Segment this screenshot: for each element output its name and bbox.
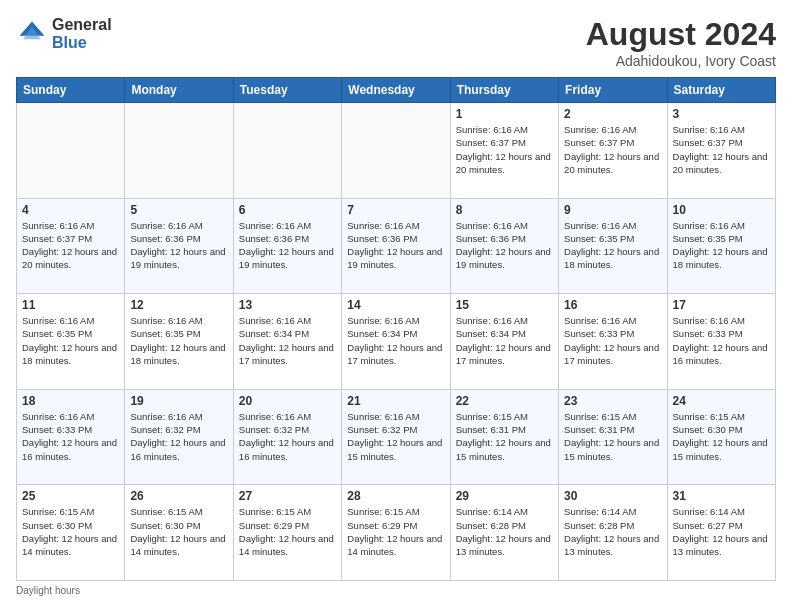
day-info: Sunrise: 6:16 AMSunset: 6:34 PMDaylight:… <box>239 314 336 367</box>
calendar-cell: 5Sunrise: 6:16 AMSunset: 6:36 PMDaylight… <box>125 198 233 294</box>
weekday-header: Saturday <box>667 78 775 103</box>
day-number: 4 <box>22 203 119 217</box>
day-number: 25 <box>22 489 119 503</box>
day-number: 9 <box>564 203 661 217</box>
day-info: Sunrise: 6:15 AMSunset: 6:29 PMDaylight:… <box>239 505 336 558</box>
day-number: 12 <box>130 298 227 312</box>
day-number: 7 <box>347 203 444 217</box>
calendar-cell: 4Sunrise: 6:16 AMSunset: 6:37 PMDaylight… <box>17 198 125 294</box>
logo-icon <box>16 18 48 50</box>
day-number: 30 <box>564 489 661 503</box>
day-number: 24 <box>673 394 770 408</box>
calendar-table: SundayMondayTuesdayWednesdayThursdayFrid… <box>16 77 776 581</box>
calendar-cell: 2Sunrise: 6:16 AMSunset: 6:37 PMDaylight… <box>559 103 667 199</box>
day-info: Sunrise: 6:16 AMSunset: 6:35 PMDaylight:… <box>130 314 227 367</box>
day-info: Sunrise: 6:14 AMSunset: 6:28 PMDaylight:… <box>456 505 553 558</box>
day-number: 2 <box>564 107 661 121</box>
calendar-cell: 31Sunrise: 6:14 AMSunset: 6:27 PMDayligh… <box>667 485 775 581</box>
calendar-cell: 25Sunrise: 6:15 AMSunset: 6:30 PMDayligh… <box>17 485 125 581</box>
day-info: Sunrise: 6:16 AMSunset: 6:33 PMDaylight:… <box>673 314 770 367</box>
calendar-cell: 17Sunrise: 6:16 AMSunset: 6:33 PMDayligh… <box>667 294 775 390</box>
day-info: Sunrise: 6:14 AMSunset: 6:27 PMDaylight:… <box>673 505 770 558</box>
day-info: Sunrise: 6:14 AMSunset: 6:28 PMDaylight:… <box>564 505 661 558</box>
day-info: Sunrise: 6:16 AMSunset: 6:37 PMDaylight:… <box>456 123 553 176</box>
calendar-cell: 22Sunrise: 6:15 AMSunset: 6:31 PMDayligh… <box>450 389 558 485</box>
day-info: Sunrise: 6:16 AMSunset: 6:32 PMDaylight:… <box>347 410 444 463</box>
day-info: Sunrise: 6:16 AMSunset: 6:33 PMDaylight:… <box>22 410 119 463</box>
day-info: Sunrise: 6:16 AMSunset: 6:36 PMDaylight:… <box>239 219 336 272</box>
calendar-cell: 12Sunrise: 6:16 AMSunset: 6:35 PMDayligh… <box>125 294 233 390</box>
calendar-subtitle: Adahidoukou, Ivory Coast <box>586 53 776 69</box>
day-number: 19 <box>130 394 227 408</box>
day-number: 22 <box>456 394 553 408</box>
day-number: 15 <box>456 298 553 312</box>
day-number: 13 <box>239 298 336 312</box>
day-number: 18 <box>22 394 119 408</box>
day-info: Sunrise: 6:16 AMSunset: 6:36 PMDaylight:… <box>347 219 444 272</box>
day-number: 1 <box>456 107 553 121</box>
day-info: Sunrise: 6:15 AMSunset: 6:29 PMDaylight:… <box>347 505 444 558</box>
weekday-header: Wednesday <box>342 78 450 103</box>
day-info: Sunrise: 6:16 AMSunset: 6:32 PMDaylight:… <box>239 410 336 463</box>
weekday-header: Monday <box>125 78 233 103</box>
logo-general: General <box>52 16 112 34</box>
day-info: Sunrise: 6:16 AMSunset: 6:35 PMDaylight:… <box>22 314 119 367</box>
day-info: Sunrise: 6:16 AMSunset: 6:32 PMDaylight:… <box>130 410 227 463</box>
day-number: 26 <box>130 489 227 503</box>
day-number: 29 <box>456 489 553 503</box>
day-number: 21 <box>347 394 444 408</box>
calendar-cell: 11Sunrise: 6:16 AMSunset: 6:35 PMDayligh… <box>17 294 125 390</box>
day-info: Sunrise: 6:16 AMSunset: 6:37 PMDaylight:… <box>564 123 661 176</box>
day-number: 31 <box>673 489 770 503</box>
calendar-cell: 26Sunrise: 6:15 AMSunset: 6:30 PMDayligh… <box>125 485 233 581</box>
logo: General Blue <box>16 16 112 51</box>
day-number: 14 <box>347 298 444 312</box>
day-info: Sunrise: 6:16 AMSunset: 6:33 PMDaylight:… <box>564 314 661 367</box>
day-info: Sunrise: 6:16 AMSunset: 6:34 PMDaylight:… <box>347 314 444 367</box>
day-number: 11 <box>22 298 119 312</box>
calendar-cell: 3Sunrise: 6:16 AMSunset: 6:37 PMDaylight… <box>667 103 775 199</box>
calendar-cell: 29Sunrise: 6:14 AMSunset: 6:28 PMDayligh… <box>450 485 558 581</box>
day-number: 16 <box>564 298 661 312</box>
day-info: Sunrise: 6:16 AMSunset: 6:36 PMDaylight:… <box>456 219 553 272</box>
day-info: Sunrise: 6:15 AMSunset: 6:31 PMDaylight:… <box>456 410 553 463</box>
day-info: Sunrise: 6:16 AMSunset: 6:34 PMDaylight:… <box>456 314 553 367</box>
logo-blue: Blue <box>52 34 112 52</box>
calendar-cell: 23Sunrise: 6:15 AMSunset: 6:31 PMDayligh… <box>559 389 667 485</box>
title-block: August 2024 Adahidoukou, Ivory Coast <box>586 16 776 69</box>
day-number: 23 <box>564 394 661 408</box>
day-number: 6 <box>239 203 336 217</box>
day-info: Sunrise: 6:16 AMSunset: 6:37 PMDaylight:… <box>673 123 770 176</box>
day-number: 3 <box>673 107 770 121</box>
weekday-header-row: SundayMondayTuesdayWednesdayThursdayFrid… <box>17 78 776 103</box>
day-number: 8 <box>456 203 553 217</box>
weekday-header: Sunday <box>17 78 125 103</box>
day-number: 20 <box>239 394 336 408</box>
calendar-cell: 19Sunrise: 6:16 AMSunset: 6:32 PMDayligh… <box>125 389 233 485</box>
calendar-week-row: 18Sunrise: 6:16 AMSunset: 6:33 PMDayligh… <box>17 389 776 485</box>
calendar-header: SundayMondayTuesdayWednesdayThursdayFrid… <box>17 78 776 103</box>
day-info: Sunrise: 6:16 AMSunset: 6:35 PMDaylight:… <box>673 219 770 272</box>
calendar-cell: 14Sunrise: 6:16 AMSunset: 6:34 PMDayligh… <box>342 294 450 390</box>
footer-note: Daylight hours <box>16 585 776 596</box>
calendar-cell <box>17 103 125 199</box>
day-number: 5 <box>130 203 227 217</box>
day-info: Sunrise: 6:15 AMSunset: 6:30 PMDaylight:… <box>22 505 119 558</box>
calendar-week-row: 25Sunrise: 6:15 AMSunset: 6:30 PMDayligh… <box>17 485 776 581</box>
calendar-cell: 30Sunrise: 6:14 AMSunset: 6:28 PMDayligh… <box>559 485 667 581</box>
calendar-week-row: 1Sunrise: 6:16 AMSunset: 6:37 PMDaylight… <box>17 103 776 199</box>
weekday-header: Thursday <box>450 78 558 103</box>
calendar-title: August 2024 <box>586 16 776 53</box>
calendar-cell: 13Sunrise: 6:16 AMSunset: 6:34 PMDayligh… <box>233 294 341 390</box>
day-number: 10 <box>673 203 770 217</box>
calendar-cell <box>125 103 233 199</box>
day-info: Sunrise: 6:15 AMSunset: 6:30 PMDaylight:… <box>673 410 770 463</box>
calendar-cell: 20Sunrise: 6:16 AMSunset: 6:32 PMDayligh… <box>233 389 341 485</box>
calendar-cell: 16Sunrise: 6:16 AMSunset: 6:33 PMDayligh… <box>559 294 667 390</box>
calendar-cell: 15Sunrise: 6:16 AMSunset: 6:34 PMDayligh… <box>450 294 558 390</box>
calendar-cell: 6Sunrise: 6:16 AMSunset: 6:36 PMDaylight… <box>233 198 341 294</box>
calendar-cell: 10Sunrise: 6:16 AMSunset: 6:35 PMDayligh… <box>667 198 775 294</box>
calendar-cell: 8Sunrise: 6:16 AMSunset: 6:36 PMDaylight… <box>450 198 558 294</box>
day-info: Sunrise: 6:15 AMSunset: 6:31 PMDaylight:… <box>564 410 661 463</box>
calendar-cell: 9Sunrise: 6:16 AMSunset: 6:35 PMDaylight… <box>559 198 667 294</box>
